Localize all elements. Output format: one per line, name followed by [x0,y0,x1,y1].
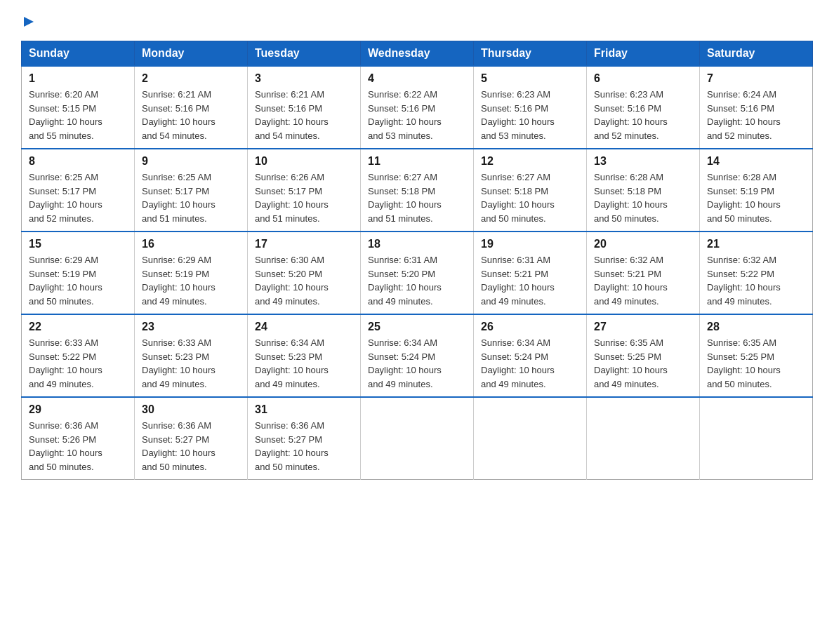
header-friday: Friday [587,41,700,67]
day-number: 13 [594,155,692,168]
day-number: 23 [142,321,240,333]
calendar-cell: 19 Sunrise: 6:31 AM Sunset: 5:21 PM Dayl… [474,232,587,314]
day-number: 17 [255,238,353,250]
day-number: 6 [594,72,692,85]
day-number: 9 [142,155,240,168]
day-number: 27 [594,321,692,333]
day-number: 22 [29,321,127,333]
day-info: Sunrise: 6:35 AM Sunset: 5:25 PM Dayligh… [594,336,692,391]
logo-arrow-icon [21,14,37,29]
calendar-cell: 11 Sunrise: 6:27 AM Sunset: 5:18 PM Dayl… [361,149,474,232]
day-info: Sunrise: 6:20 AM Sunset: 5:15 PM Dayligh… [29,88,127,142]
header-thursday: Thursday [474,41,587,67]
calendar-cell: 27 Sunrise: 6:35 AM Sunset: 5:25 PM Dayl… [587,314,700,397]
calendar-cell [361,397,474,480]
calendar-cell: 14 Sunrise: 6:28 AM Sunset: 5:19 PM Dayl… [700,149,813,232]
calendar-cell: 24 Sunrise: 6:34 AM Sunset: 5:23 PM Dayl… [248,314,361,397]
day-number: 20 [594,238,692,250]
calendar-cell: 7 Sunrise: 6:24 AM Sunset: 5:16 PM Dayli… [700,66,813,149]
day-number: 15 [29,238,127,250]
calendar-cell [587,397,700,480]
day-info: Sunrise: 6:23 AM Sunset: 5:16 PM Dayligh… [481,88,579,142]
header-sunday: Sunday [22,41,135,67]
calendar-cell: 29 Sunrise: 6:36 AM Sunset: 5:26 PM Dayl… [22,397,135,480]
day-info: Sunrise: 6:36 AM Sunset: 5:26 PM Dayligh… [29,419,127,474]
calendar-cell: 26 Sunrise: 6:34 AM Sunset: 5:24 PM Dayl… [474,314,587,397]
day-number: 24 [255,321,353,333]
calendar-cell: 12 Sunrise: 6:27 AM Sunset: 5:18 PM Dayl… [474,149,587,232]
day-info: Sunrise: 6:24 AM Sunset: 5:16 PM Dayligh… [707,88,805,142]
calendar-cell: 20 Sunrise: 6:32 AM Sunset: 5:21 PM Dayl… [587,232,700,314]
day-number: 10 [255,155,353,168]
calendar-cell: 28 Sunrise: 6:35 AM Sunset: 5:25 PM Dayl… [700,314,813,397]
calendar-cell: 3 Sunrise: 6:21 AM Sunset: 5:16 PM Dayli… [248,66,361,149]
week-row-3: 15 Sunrise: 6:29 AM Sunset: 5:19 PM Dayl… [22,232,813,314]
day-info: Sunrise: 6:30 AM Sunset: 5:20 PM Dayligh… [255,253,353,308]
day-info: Sunrise: 6:22 AM Sunset: 5:16 PM Dayligh… [368,88,466,142]
day-number: 21 [707,238,805,250]
calendar-table: SundayMondayTuesdayWednesdayThursdayFrid… [21,41,813,480]
day-info: Sunrise: 6:34 AM Sunset: 5:24 PM Dayligh… [481,336,579,391]
day-info: Sunrise: 6:26 AM Sunset: 5:17 PM Dayligh… [255,170,353,225]
calendar-cell: 1 Sunrise: 6:20 AM Sunset: 5:15 PM Dayli… [22,66,135,149]
calendar-cell [474,397,587,480]
calendar-cell: 21 Sunrise: 6:32 AM Sunset: 5:22 PM Dayl… [700,232,813,314]
calendar-cell: 17 Sunrise: 6:30 AM Sunset: 5:20 PM Dayl… [248,232,361,314]
calendar-cell: 31 Sunrise: 6:36 AM Sunset: 5:27 PM Dayl… [248,397,361,480]
week-row-1: 1 Sunrise: 6:20 AM Sunset: 5:15 PM Dayli… [22,66,813,149]
day-info: Sunrise: 6:35 AM Sunset: 5:25 PM Dayligh… [707,336,805,391]
day-number: 19 [481,238,579,250]
day-info: Sunrise: 6:21 AM Sunset: 5:16 PM Dayligh… [255,88,353,142]
day-info: Sunrise: 6:34 AM Sunset: 5:23 PM Dayligh… [255,336,353,391]
calendar-cell: 9 Sunrise: 6:25 AM Sunset: 5:17 PM Dayli… [135,149,248,232]
calendar-cell: 5 Sunrise: 6:23 AM Sunset: 5:16 PM Dayli… [474,66,587,149]
calendar-cell: 15 Sunrise: 6:29 AM Sunset: 5:19 PM Dayl… [22,232,135,314]
week-row-5: 29 Sunrise: 6:36 AM Sunset: 5:26 PM Dayl… [22,397,813,480]
page-header [21,14,813,27]
day-number: 3 [255,72,353,85]
day-info: Sunrise: 6:21 AM Sunset: 5:16 PM Dayligh… [142,88,240,142]
calendar-cell: 23 Sunrise: 6:33 AM Sunset: 5:23 PM Dayl… [135,314,248,397]
day-number: 7 [707,72,805,85]
calendar-cell: 4 Sunrise: 6:22 AM Sunset: 5:16 PM Dayli… [361,66,474,149]
day-info: Sunrise: 6:36 AM Sunset: 5:27 PM Dayligh… [255,419,353,474]
day-info: Sunrise: 6:27 AM Sunset: 5:18 PM Dayligh… [481,170,579,225]
header-monday: Monday [135,41,248,67]
calendar-cell [700,397,813,480]
day-number: 18 [368,238,466,250]
calendar-cell: 16 Sunrise: 6:29 AM Sunset: 5:19 PM Dayl… [135,232,248,314]
day-info: Sunrise: 6:28 AM Sunset: 5:19 PM Dayligh… [707,170,805,225]
day-info: Sunrise: 6:25 AM Sunset: 5:17 PM Dayligh… [142,170,240,225]
day-info: Sunrise: 6:28 AM Sunset: 5:18 PM Dayligh… [594,170,692,225]
day-info: Sunrise: 6:33 AM Sunset: 5:22 PM Dayligh… [29,336,127,391]
calendar-cell: 8 Sunrise: 6:25 AM Sunset: 5:17 PM Dayli… [22,149,135,232]
calendar-cell: 25 Sunrise: 6:34 AM Sunset: 5:24 PM Dayl… [361,314,474,397]
day-number: 30 [142,403,240,416]
day-info: Sunrise: 6:23 AM Sunset: 5:16 PM Dayligh… [594,88,692,142]
calendar-cell: 30 Sunrise: 6:36 AM Sunset: 5:27 PM Dayl… [135,397,248,480]
day-number: 26 [481,321,579,333]
header-saturday: Saturday [700,41,813,67]
day-info: Sunrise: 6:32 AM Sunset: 5:22 PM Dayligh… [707,253,805,308]
day-number: 11 [368,155,466,168]
calendar-cell: 10 Sunrise: 6:26 AM Sunset: 5:17 PM Dayl… [248,149,361,232]
day-number: 4 [368,72,466,85]
day-number: 16 [142,238,240,250]
day-number: 2 [142,72,240,85]
day-number: 25 [368,321,466,333]
day-number: 8 [29,155,127,168]
header-tuesday: Tuesday [248,41,361,67]
calendar-header-row: SundayMondayTuesdayWednesdayThursdayFrid… [22,41,813,67]
day-info: Sunrise: 6:25 AM Sunset: 5:17 PM Dayligh… [29,170,127,225]
day-number: 5 [481,72,579,85]
day-info: Sunrise: 6:31 AM Sunset: 5:20 PM Dayligh… [368,253,466,308]
day-info: Sunrise: 6:34 AM Sunset: 5:24 PM Dayligh… [368,336,466,391]
header-wednesday: Wednesday [361,41,474,67]
day-number: 31 [255,403,353,416]
day-number: 14 [707,155,805,168]
week-row-2: 8 Sunrise: 6:25 AM Sunset: 5:17 PM Dayli… [22,149,813,232]
day-info: Sunrise: 6:31 AM Sunset: 5:21 PM Dayligh… [481,253,579,308]
day-info: Sunrise: 6:36 AM Sunset: 5:27 PM Dayligh… [142,419,240,474]
calendar-cell: 2 Sunrise: 6:21 AM Sunset: 5:16 PM Dayli… [135,66,248,149]
day-number: 1 [29,72,127,85]
